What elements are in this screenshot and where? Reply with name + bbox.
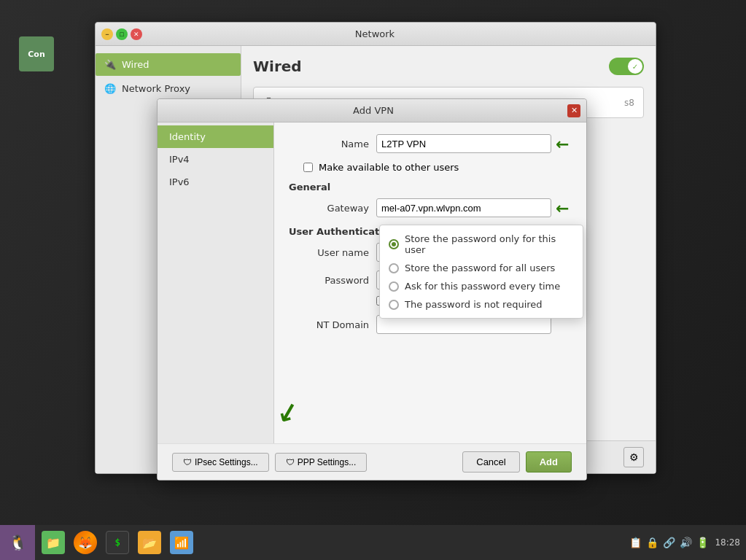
ipsec-settings-label: IPsec Settings...	[195, 457, 258, 467]
name-arrow: ←	[556, 135, 569, 153]
dialog-title: Add VPN	[179, 105, 567, 116]
radio-ask-everytime	[389, 281, 399, 292]
gateway-input[interactable]	[376, 198, 551, 217]
popup-option-ask-everytime[interactable]: Ask for this password every time	[380, 277, 583, 295]
files-icon: 📁	[42, 531, 65, 554]
popup-option-store-this-user[interactable]: Store the password only for this user	[380, 230, 583, 259]
sidebar-item-wired[interactable]: 🔌 Wired	[96, 53, 241, 76]
popup-option-label-2: Store the password for all users	[405, 262, 555, 273]
toggle-knob: ✓	[628, 59, 642, 74]
security-icon[interactable]: 🔒	[646, 537, 658, 548]
radio-dot-store-this-user	[392, 242, 396, 246]
popup-option-not-required[interactable]: The password is not required	[380, 295, 583, 314]
tab-ipv6[interactable]: IPv6	[158, 171, 273, 193]
nt-domain-label: NT Domain	[289, 319, 376, 330]
network-window-controls: − □ ✕	[101, 28, 142, 40]
username-label: User name	[289, 247, 376, 258]
taskbar-right: 📋 🔒 🔗 🔊 🔋 18:28	[623, 537, 746, 548]
make-available-label: Make available to other users	[319, 162, 459, 173]
settings-buttons: 🛡 IPsec Settings... 🛡 PPP Settings...	[172, 453, 367, 472]
desktop: Con − □ ✕ Network 🔌 Wired	[0, 0, 746, 560]
wired-header: Wired ✓	[253, 58, 644, 75]
network-window-title: Network	[142, 28, 607, 39]
radio-store-all-users	[389, 263, 399, 273]
tab-ipv4[interactable]: IPv4	[158, 148, 273, 171]
ppp-settings-button[interactable]: 🛡 PPP Settings...	[275, 453, 368, 472]
dialog-close-button[interactable]: ✕	[567, 104, 580, 117]
folder-icon: 📂	[138, 531, 161, 554]
sidebar-network-label: Network Proxy	[122, 83, 190, 94]
settings-gear-button[interactable]: ⚙	[623, 447, 644, 467]
minimize-button[interactable]: −	[101, 28, 113, 40]
taskbar-apps: 📁 🦊 $ 📂 📶	[35, 527, 623, 558]
taskbar: 🐧 📁 🦊 $ 📂 📶 📋 🔒 🔗 🔊	[0, 525, 746, 560]
volume-icon[interactable]: 🔊	[680, 537, 692, 548]
close-button[interactable]: ✕	[131, 28, 142, 40]
password-popup: Store the password only for this user St…	[379, 225, 583, 319]
password-label: Password	[289, 275, 376, 286]
gateway-row: Gateway ←	[289, 198, 572, 217]
dialog-buttons: 🛡 IPsec Settings... 🛡 PPP Settings... Ca…	[158, 443, 586, 480]
make-available-row: Make available to other users	[289, 162, 572, 173]
sidebar-wired-label: Wired	[122, 59, 149, 70]
wired-icon: 🔌	[104, 59, 116, 70]
tab-identity[interactable]: Identity	[158, 125, 273, 148]
tab-identity-label: Identity	[169, 131, 206, 142]
firefox-icon: 🦊	[74, 531, 97, 554]
taskbar-app-wifi[interactable]: 📶	[166, 527, 197, 558]
wired-title: Wired	[253, 58, 302, 75]
files-tray-icon[interactable]: 📋	[629, 537, 642, 548]
ppp-settings-label: PPP Settings...	[298, 457, 357, 467]
sidebar-item-network-proxy[interactable]: 🌐 Network Proxy	[96, 77, 241, 100]
taskbar-app-folder[interactable]: 📂	[134, 527, 165, 558]
desktop-icon-con[interactable]: Con	[11, 36, 62, 71]
network-proxy-icon: 🌐	[104, 83, 116, 94]
tab-ipv4-label: IPv4	[169, 154, 190, 165]
taskbar-start-button[interactable]: 🐧	[0, 525, 35, 560]
gateway-arrow: ←	[556, 199, 569, 217]
action-buttons: Cancel Add	[462, 451, 572, 472]
taskbar-time: 18:28	[715, 537, 740, 548]
add-button[interactable]: Add	[526, 451, 572, 472]
popup-option-label-1: Store the password only for this user	[405, 233, 574, 255]
network-tray-icon[interactable]: 🔗	[663, 537, 675, 548]
make-available-checkbox[interactable]	[303, 163, 313, 172]
desktop-icon-img: Con	[19, 36, 54, 71]
maximize-button[interactable]: □	[116, 28, 128, 40]
taskbar-app-firefox[interactable]: 🦊	[70, 527, 101, 558]
name-row: Name ←	[289, 134, 572, 153]
name-input[interactable]	[376, 134, 551, 153]
wired-toggle[interactable]: ✓	[609, 58, 644, 75]
popup-option-label-4: The password is not required	[405, 299, 543, 310]
wifi-icon: 📶	[170, 531, 193, 554]
battery-icon[interactable]: 🔋	[696, 537, 709, 548]
taskbar-app-terminal[interactable]: $	[102, 527, 133, 558]
name-label: Name	[289, 139, 376, 149]
radio-store-this-user	[389, 239, 399, 249]
dialog-sidebar: Identity IPv4 IPv6	[158, 122, 274, 443]
ppp-icon: 🛡	[286, 457, 295, 467]
cancel-button[interactable]: Cancel	[462, 451, 519, 472]
gateway-label: Gateway	[289, 203, 376, 214]
taskbar-app-files[interactable]: 📁	[38, 527, 69, 558]
network-item-status: s8	[624, 98, 634, 108]
radio-not-required	[389, 300, 399, 310]
terminal-icon: $	[106, 531, 129, 554]
popup-option-label-3: Ask for this password every time	[405, 281, 560, 292]
general-section-header: General	[289, 182, 572, 192]
checkmark-icon: ✓	[632, 63, 638, 71]
popup-option-store-all-users[interactable]: Store the password for all users	[380, 259, 583, 277]
taskbar-system-icons: 📋 🔒 🔗 🔊 🔋	[629, 537, 709, 548]
ipsec-settings-button[interactable]: 🛡 IPsec Settings...	[172, 453, 269, 472]
tab-ipv6-label: IPv6	[169, 176, 190, 187]
network-window-titlebar: − □ ✕ Network	[96, 23, 656, 46]
ipsec-icon: 🛡	[183, 457, 192, 467]
dialog-titlebar: Add VPN ✕	[158, 99, 586, 122]
